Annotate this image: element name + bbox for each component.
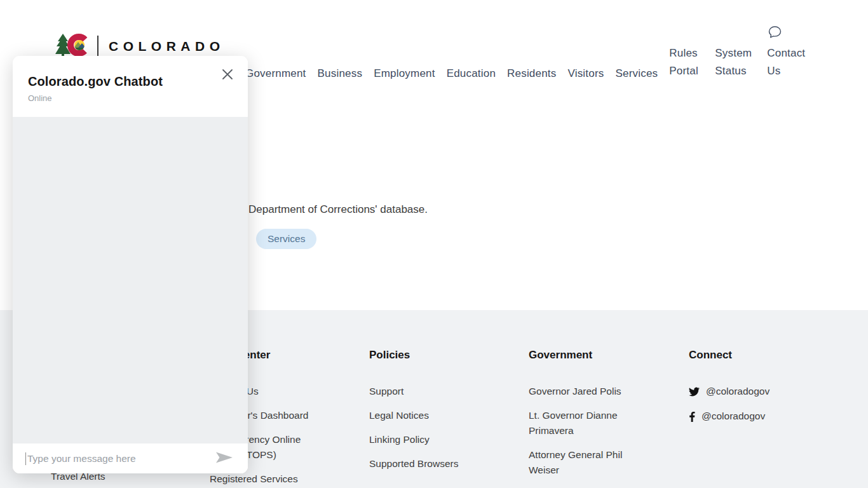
brand-wordmark: COLORADO xyxy=(109,39,225,54)
close-icon xyxy=(222,69,233,79)
chatbot-close-button[interactable] xyxy=(220,67,235,84)
chat-bubble-icon xyxy=(768,26,782,38)
footer-heading-policies: Policies xyxy=(369,349,496,362)
twitter-handle: @coloradogov xyxy=(706,384,770,399)
footer-link-registered-services[interactable]: Registered Services xyxy=(210,471,319,487)
nav-item-system-status[interactable]: System Status xyxy=(715,44,756,81)
footer-column-government: Government Governor Jared Polis Lt. Gove… xyxy=(529,349,641,487)
facebook-icon xyxy=(689,411,695,422)
chatbot-panel: Colorado.gov Chatbot Online xyxy=(13,56,248,473)
colorado-logo[interactable] xyxy=(55,34,95,59)
nav-item-services[interactable]: Services xyxy=(615,67,658,81)
nav-item-residents[interactable]: Residents xyxy=(507,67,556,81)
send-icon xyxy=(215,450,234,465)
footer-column-connect: Connect @coloradogov @coloradogov xyxy=(689,349,822,433)
footer-link-support[interactable]: Support xyxy=(369,384,496,399)
facebook-handle: @coloradogov xyxy=(702,409,765,424)
footer-column-policies: Policies Support Legal Notices Linking P… xyxy=(369,349,496,480)
nav-item-employment[interactable]: Employment xyxy=(374,67,435,81)
footer-link-legal-notices[interactable]: Legal Notices xyxy=(369,408,496,423)
footer-heading-government: Government xyxy=(529,349,641,362)
page-description: Department of Corrections' database. xyxy=(248,203,428,216)
footer-link-attorney-general[interactable]: Attorney General Phil Weiser xyxy=(529,447,641,478)
nav-item-education[interactable]: Education xyxy=(447,67,496,81)
chatbot-header: Colorado.gov Chatbot Online xyxy=(13,56,248,117)
footer-link-lt-governor[interactable]: Lt. Governor Dianne Primavera xyxy=(529,408,641,438)
footer-link-facebook[interactable]: @coloradogov xyxy=(689,409,822,424)
nav-item-rules-portal[interactable]: Rules Portal xyxy=(669,44,703,81)
nav-item-visitors[interactable]: Visitors xyxy=(567,67,604,81)
primary-nav: Government Business Employment Education… xyxy=(245,24,809,81)
footer-link-governor[interactable]: Governor Jared Polis xyxy=(529,384,641,399)
footer-link-twitter[interactable]: @coloradogov xyxy=(689,384,822,399)
nav-item-business[interactable]: Business xyxy=(318,67,363,81)
colorado-emblem-icon xyxy=(55,34,95,57)
footer-link-supported-browsers[interactable]: Supported Browsers xyxy=(369,456,496,471)
send-button[interactable] xyxy=(212,449,236,468)
logo-divider xyxy=(97,36,98,57)
chatbot-title: Colorado.gov Chatbot xyxy=(28,74,233,89)
nav-item-contact-us[interactable]: Contact Us xyxy=(767,26,809,81)
chatbot-input-bar xyxy=(13,444,248,473)
services-tag[interactable]: Services xyxy=(256,229,316,249)
twitter-icon xyxy=(689,387,700,396)
chat-message-input[interactable] xyxy=(26,453,212,464)
nav-item-government[interactable]: Government xyxy=(245,67,306,81)
footer-link-linking-policy[interactable]: Linking Policy xyxy=(369,432,496,447)
nav-item-contact-us-label: Contact Us xyxy=(767,44,809,80)
chatbot-message-area xyxy=(13,117,248,444)
chatbot-status: Online xyxy=(28,93,233,103)
footer-heading-connect: Connect xyxy=(689,349,822,362)
